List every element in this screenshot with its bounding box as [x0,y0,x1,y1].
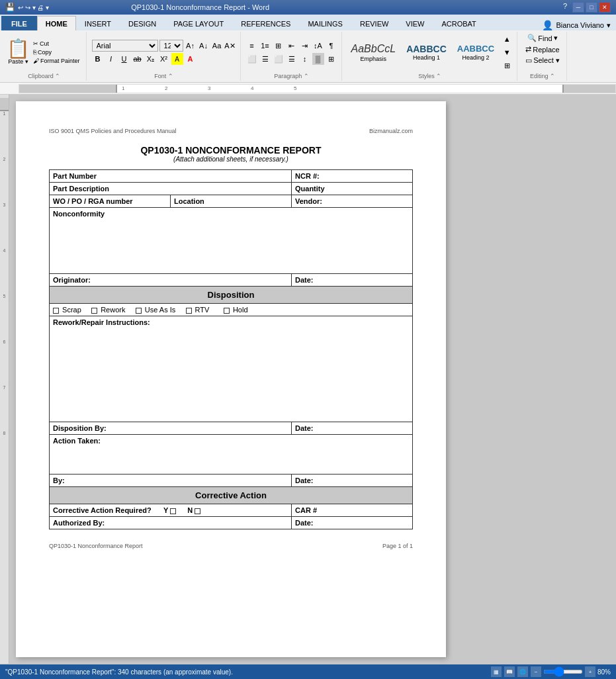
tab-home[interactable]: HOME [37,16,76,30]
tab-mailings[interactable]: MAILINGS [299,16,351,30]
style-emphasis[interactable]: AaBbCcL Emphasis [347,41,400,63]
tab-view[interactable]: VIEW [397,16,433,30]
web-layout-button[interactable]: 🌐 [517,666,528,677]
line-spacing-button[interactable]: ↕ [299,53,311,65]
italic-button[interactable]: I [105,53,117,65]
underline-button[interactable]: U [118,53,130,65]
style-heading1[interactable]: AABBCC Heading 1 [402,42,451,63]
report-title: QP1030-1 NONCONFORMANCE REPORT [49,145,413,156]
increase-indent-button[interactable]: ⇥ [299,40,311,52]
v-ruler-space6 [0,349,9,385]
copy-button[interactable]: ⎘ Copy [31,48,82,56]
doc-header-left: ISO 9001 QMS Policies and Procedures Man… [49,128,177,134]
print-layout-button[interactable]: ▦ [491,666,502,677]
close-button[interactable]: ✕ [599,2,611,13]
styles-scroll: ▲ ▼ ⊞ [501,33,513,71]
hold-checkbox[interactable] [224,308,230,314]
find-button[interactable]: 🔍 Find ▾ [525,33,560,43]
v-ruler-7: 7 [0,385,9,394]
grow-font-button[interactable]: A↑ [185,40,197,52]
y-checkbox[interactable] [170,508,176,514]
doc-footer: QP1030-1 Nonconformance Report Page 1 of… [49,543,413,549]
select-button[interactable]: ▭ Select ▾ [523,56,562,66]
decrease-indent-button[interactable]: ⇤ [286,40,298,52]
v-ruler-2: 2 [0,157,9,166]
row-part-number: Part Number NCR #: [50,170,413,183]
doc-title: QP1030-1 NONCONFORMANCE REPORT (Attach a… [49,145,413,163]
multilevel-button[interactable]: ⊞ [273,40,285,52]
rework-checkbox[interactable] [91,308,97,314]
title-bar-left: 💾 ↩ ↪ ▾ 🖨 ▾ QP1030-1 Nonconformance Repo… [5,3,269,12]
car-label: CAR # [292,504,413,517]
font-family-select[interactable]: Arial [92,40,158,52]
document-page[interactable]: ISO 9001 QMS Policies and Procedures Man… [16,101,446,657]
n-checkbox[interactable] [195,508,200,514]
status-right: ▦ 📖 🌐 − + 80% [491,666,611,677]
font-color-button[interactable]: A [185,53,197,65]
doc-header: ISO 9001 QMS Policies and Procedures Man… [49,128,413,134]
zoom-in-button[interactable]: + [585,666,595,677]
authorized-by-label: Authorized By: [50,517,292,529]
tab-acrobat[interactable]: ACROBAT [433,16,484,30]
v-ruler-space4 [0,257,9,294]
text-highlight-button[interactable]: A [171,53,183,65]
show-formatting-button[interactable]: ¶ [326,40,337,52]
heading2-label: Heading 2 [462,54,489,61]
bullets-button[interactable]: ≡ [246,40,258,52]
footer-left: QP1030-1 Nonconformance Report [49,543,143,549]
use-as-is-checkbox[interactable] [136,308,142,314]
tab-references[interactable]: REFERENCES [232,16,299,30]
align-right-button[interactable]: ⬜ [273,53,285,65]
shrink-font-button[interactable]: A↓ [198,40,210,52]
styles-expand-button[interactable]: ⊞ [501,60,513,71]
cut-button[interactable]: ✂ Cut [31,40,82,48]
replace-button[interactable]: ⇄ Replace [523,44,562,54]
help-icon[interactable]: ? [563,2,567,13]
shading-button[interactable]: ▒ [312,53,324,65]
scrap-checkbox[interactable] [53,308,59,314]
superscript-button[interactable]: X² [158,53,170,65]
bold-button[interactable]: B [92,53,104,65]
font-size-select[interactable]: 12 [159,40,183,52]
top-margin [0,98,9,111]
change-case-button[interactable]: Aa [211,40,223,52]
horizontal-ruler: 1 2 3 4 5 [19,84,616,93]
para-row2: ⬜ ☰ ⬜ ☰ ↕ ▒ ⊞ [246,53,337,65]
v-ruler-6: 6 [0,340,9,349]
numbering-button[interactable]: 1≡ [259,40,271,52]
v-ruler-5: 5 [0,294,9,303]
use-as-is-label: Use As Is [145,306,175,314]
tab-page-layout[interactable]: PAGE LAYOUT [165,16,232,30]
align-center-button[interactable]: ☰ [259,53,271,65]
corrective-action-required-label: Corrective Action Required? Y N [50,504,292,517]
strikethrough-button[interactable]: ab [132,53,144,65]
tab-file[interactable]: FILE [1,16,37,30]
minimize-button[interactable]: ─ [572,2,584,13]
zoom-slider[interactable] [543,670,583,674]
maximize-button[interactable]: □ [586,2,597,13]
tab-insert[interactable]: INSERT [76,16,120,30]
corrective-action-header: Corrective Action [50,487,413,504]
ribbon: FILE HOME INSERT DESIGN PAGE LAYOUT REFE… [0,15,616,83]
ruler-mark-4: 4 [251,85,253,91]
row-checkboxes: Scrap Rework Use As Is RTV Hold [50,304,413,316]
styles-down-button[interactable]: ▼ [501,46,513,58]
user-chevron[interactable]: ▾ [607,21,611,30]
rtv-checkbox[interactable] [186,308,192,314]
format-painter-button[interactable]: 🖌 Format Painter [31,57,82,65]
read-mode-button[interactable]: 📖 [504,666,515,677]
subscript-button[interactable]: X₂ [145,53,157,65]
tab-review[interactable]: REVIEW [351,16,397,30]
tab-design[interactable]: DESIGN [120,16,165,30]
paste-button[interactable]: 📋 Paste ▾ [7,40,30,65]
justify-button[interactable]: ☰ [286,53,298,65]
borders-button[interactable]: ⊞ [326,53,337,65]
sort-button[interactable]: ↕A [312,40,324,52]
styles-up-button[interactable]: ▲ [501,33,513,45]
clear-format-button[interactable]: A✕ [224,40,236,52]
nonconformity-label: Nonconformity [50,208,413,274]
align-left-button[interactable]: ⬜ [246,53,258,65]
zoom-out-button[interactable]: − [531,666,541,677]
action-taken-label: Action Taken: [50,435,413,475]
style-heading2[interactable]: AABBCC Heading 2 [453,42,498,62]
